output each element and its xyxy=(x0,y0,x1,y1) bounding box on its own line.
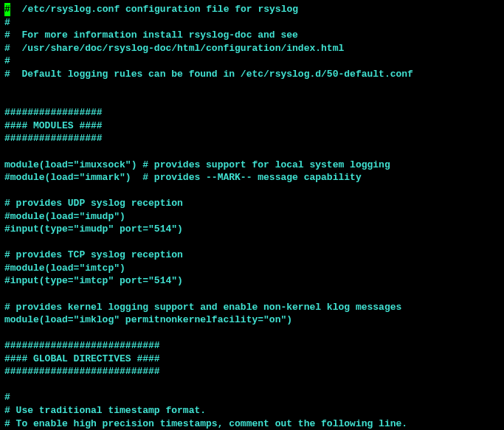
config-line: # To enable high precision timestamps, c… xyxy=(4,417,500,431)
line-text: #module(load="imtcp") xyxy=(4,263,125,274)
config-line: # provides kernel logging support and en… xyxy=(4,301,500,314)
config-line: #module(load="imtcp") xyxy=(4,262,500,275)
line-text: # xyxy=(4,392,10,403)
line-text xyxy=(4,288,10,299)
line-text: #module(load="immark") # provides --MARK… xyxy=(4,172,362,183)
config-line: #module(load="imudp") xyxy=(4,210,500,223)
line-text: # To enable high precision timestamps, c… xyxy=(4,418,407,429)
config-line: # xyxy=(4,16,500,30)
config-line: # xyxy=(4,55,500,68)
line-text: #module(load="imudp") xyxy=(4,211,125,222)
config-line xyxy=(4,378,500,392)
config-line: ################# xyxy=(4,106,500,119)
line-text xyxy=(4,379,10,390)
line-text: # xyxy=(4,55,10,66)
line-text: #input(type="imtcp" port="514") xyxy=(4,275,183,286)
line-text: ################# xyxy=(4,107,103,118)
line-text xyxy=(4,237,10,248)
config-line xyxy=(4,327,500,340)
line-text xyxy=(4,81,10,92)
line-text: # Default logging rules can be found in … xyxy=(4,69,413,80)
line-text: #input(type="imudp" port="514") xyxy=(4,223,183,235)
line-text: # provides TCP syslog reception xyxy=(4,249,183,260)
config-line xyxy=(4,184,500,198)
config-line: # For more information install rsyslog-d… xyxy=(4,29,500,42)
line-text: /etc/rsyslog.conf configuration file for… xyxy=(10,4,298,15)
config-line xyxy=(4,94,500,107)
line-text: ########################### xyxy=(4,340,160,351)
config-line: # Default logging rules can be found in … xyxy=(4,68,500,81)
config-line: ########################### xyxy=(4,365,500,378)
config-line xyxy=(4,80,500,94)
config-line: #input(type="imtcp" port="514") xyxy=(4,274,500,288)
line-text: # provides kernel logging support and en… xyxy=(4,302,401,313)
config-line: module(load="imklog" permitnonkernelfaci… xyxy=(4,313,500,327)
line-text: # For more information install rsyslog-d… xyxy=(4,30,298,41)
line-text: #### MODULES #### xyxy=(4,120,103,131)
config-line: # /etc/rsyslog.conf configuration file f… xyxy=(4,3,500,16)
line-text: ################# xyxy=(4,133,103,144)
config-line: # provides UDP syslog reception xyxy=(4,197,500,210)
line-text: # provides UDP syslog reception xyxy=(4,198,183,209)
config-line: # xyxy=(4,391,500,404)
line-text: ########################### xyxy=(4,366,160,377)
line-text xyxy=(4,185,10,196)
config-line: # Use traditional timestamp format. xyxy=(4,404,500,417)
line-text: module(load="imklog" permitnonkernelfaci… xyxy=(4,314,292,325)
line-text: # Use traditional timestamp format. xyxy=(4,405,206,416)
config-line: ################# xyxy=(4,132,500,145)
terminal-editor[interactable]: # /etc/rsyslog.conf configuration file f… xyxy=(4,3,500,430)
config-line: #module(load="immark") # provides --MARK… xyxy=(4,171,500,184)
line-text: # /usr/share/doc/rsyslog-doc/html/config… xyxy=(4,43,344,54)
config-line: module(load="imuxsock") # provides suppo… xyxy=(4,159,500,172)
config-line: #### MODULES #### xyxy=(4,119,500,133)
config-line: # provides TCP syslog reception xyxy=(4,249,500,262)
cursor: # xyxy=(4,3,10,16)
config-line: #### GLOBAL DIRECTIVES #### xyxy=(4,353,500,366)
config-line: ########################### xyxy=(4,339,500,353)
line-text xyxy=(4,94,10,105)
config-line: # /usr/share/doc/rsyslog-doc/html/config… xyxy=(4,42,500,55)
config-line: #input(type="imudp" port="514") xyxy=(4,223,500,236)
line-text: #### GLOBAL DIRECTIVES #### xyxy=(4,353,160,364)
config-line xyxy=(4,288,500,301)
line-text: # xyxy=(4,17,10,28)
line-text: module(load="imuxsock") # provides suppo… xyxy=(4,159,390,170)
line-text xyxy=(4,327,10,339)
line-text xyxy=(4,146,10,157)
config-line xyxy=(4,145,500,159)
config-line xyxy=(4,236,500,249)
